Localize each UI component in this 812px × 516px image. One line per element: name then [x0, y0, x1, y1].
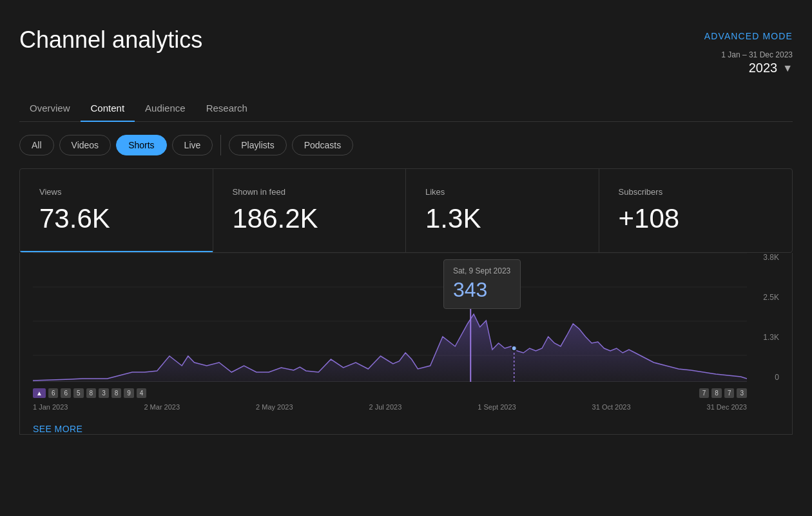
stat-likes[interactable]: Likes 1.3K [406, 169, 599, 252]
see-more-button[interactable]: SEE MORE [33, 424, 82, 434]
badge-3a: 3 [99, 388, 109, 398]
tooltip-value: 343 [453, 278, 511, 302]
stat-subscribers-value: +108 [619, 203, 773, 234]
badge-4: 4 [137, 388, 147, 398]
badge-8c: 8 [711, 388, 722, 398]
stat-views-value: 73.6K [39, 203, 193, 234]
badge-3b: 3 [737, 388, 747, 398]
x-label-may: 2 May 2023 [256, 403, 293, 411]
x-label-oct: 31 Oct 2023 [592, 403, 631, 411]
badge-6b: 6 [61, 388, 71, 398]
chevron-down-icon: ▼ [782, 63, 793, 74]
pill-playlists[interactable]: Playlists [229, 135, 286, 155]
y-label-0: 0 [755, 373, 779, 382]
pill-videos[interactable]: Videos [59, 135, 111, 155]
y-label-2_5k: 2.5K [755, 293, 779, 302]
stat-views-label: Views [39, 187, 193, 197]
chart-y-labels: 3.8K 2.5K 1.3K 0 [750, 253, 779, 382]
stat-views[interactable]: Views 73.6K [20, 169, 213, 252]
svg-point-8 [512, 346, 517, 351]
stat-shown-in-feed[interactable]: Shown in feed 186.2K [213, 169, 407, 252]
badge-7b: 7 [724, 388, 735, 398]
y-label-1_3k: 1.3K [755, 333, 779, 342]
badge-8b: 8 [111, 388, 122, 398]
tab-content[interactable]: Content [81, 95, 135, 121]
x-label-sept: 1 Sept 2023 [478, 403, 516, 411]
pill-live[interactable]: Live [172, 135, 213, 155]
badge-7a: 7 [699, 388, 710, 398]
stat-likes-value: 1.3K [425, 203, 579, 234]
tab-audience[interactable]: Audience [135, 95, 196, 121]
chart-tooltip: Sat, 9 Sept 2023 343 [443, 259, 521, 309]
chart-svg [33, 253, 747, 382]
badge-6a: 6 [48, 388, 59, 398]
badge-8a: 8 [86, 388, 97, 398]
date-range-selector[interactable]: 1 Jan – 31 Dec 2023 2023 ▼ [721, 50, 793, 75]
pill-all[interactable]: All [19, 135, 54, 155]
tab-research[interactable]: Research [196, 95, 258, 121]
stat-subscribers-label: Subscribers [619, 187, 773, 197]
stat-subscribers[interactable]: Subscribers +108 [599, 169, 793, 252]
badge-5: 5 [73, 388, 84, 398]
advanced-mode-button[interactable]: ADVANCED MODE [704, 26, 793, 46]
x-label-dec: 31 Dec 2023 [707, 403, 747, 411]
tooltip-date: Sat, 9 Sept 2023 [453, 266, 511, 275]
stat-shown-value: 186.2K [233, 203, 387, 234]
date-range-label: 1 Jan – 31 Dec 2023 [721, 50, 793, 59]
stats-row: Views 73.6K Shown in feed 186.2K Likes 1… [19, 168, 793, 253]
stat-likes-label: Likes [425, 187, 579, 197]
y-label-3_8k: 3.8K [755, 253, 779, 262]
x-label-mar: 2 Mar 2023 [144, 403, 180, 411]
chart-area: 3.8K 2.5K 1.3K 0 [33, 253, 779, 382]
badge-9: 9 [124, 388, 134, 398]
see-more-section: SEE MORE [33, 413, 779, 434]
filter-pills: All Videos Shorts Live Playlists Podcast… [19, 135, 793, 155]
date-range-value: 2023 ▼ [749, 61, 793, 75]
tab-overview[interactable]: Overview [19, 95, 81, 121]
stat-shown-label: Shown in feed [233, 187, 387, 197]
chart-badges: ▲ 6 6 5 8 3 8 9 4 7 8 7 3 [33, 388, 779, 398]
x-label-jul: 2 Jul 2023 [369, 403, 402, 411]
chart-x-labels: 1 Jan 2023 2 Mar 2023 2 May 2023 2 Jul 2… [33, 401, 779, 413]
page-title: Channel analytics [19, 26, 202, 54]
pill-separator [220, 135, 221, 155]
shorts-icon: ▲ [33, 388, 46, 398]
pill-podcasts[interactable]: Podcasts [292, 135, 354, 155]
x-label-jan: 1 Jan 2023 [33, 403, 68, 411]
chart-container: 3.8K 2.5K 1.3K 0 [19, 253, 793, 435]
pill-shorts[interactable]: Shorts [116, 135, 166, 155]
nav-tabs: Overview Content Audience Research [19, 95, 793, 122]
